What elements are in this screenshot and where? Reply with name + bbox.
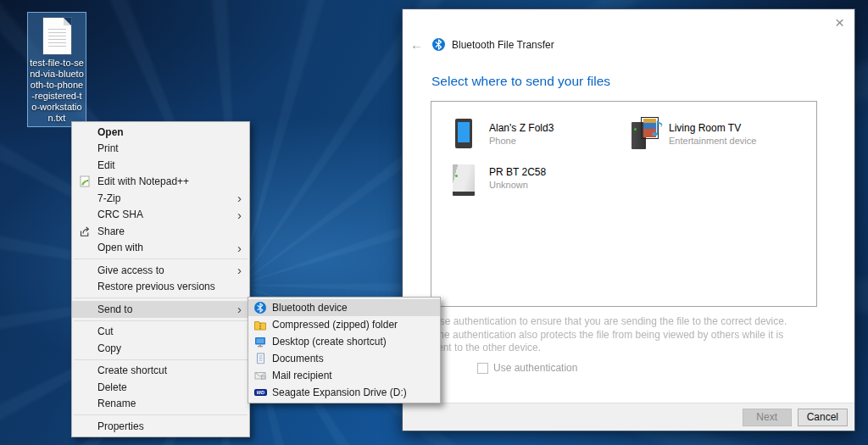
chevron-right-icon: › [237,242,249,254]
send-to-item-seagate-expansion-drive-d[interactable]: WDSeagate Expansion Drive (D:) [248,384,440,401]
bluetooth-icon [254,302,266,314]
dialog-title: Bluetooth File Transfer [452,39,554,51]
menu-item-label: Delete [97,381,249,393]
menu-separator [74,359,248,360]
menu-item-label: CRC SHA [97,209,237,220]
menu-item-label: Properties [97,420,249,432]
text-document-icon [43,18,71,54]
menu-item-label: Seagate Expansion Drive (D:) [272,387,440,398]
menu-item-label: Edit [97,159,249,171]
documents-icon [254,353,266,364]
device-type: Entertainment device [669,135,756,147]
file-name-label: test-file-to-send-via-bluetooth-to-phone… [28,58,86,124]
cancel-button[interactable]: Cancel [798,409,848,426]
context-menu-item-7-zip[interactable]: 7-Zip› [72,190,249,207]
use-authentication-label: Use authentication [493,362,577,374]
device-type: Phone [489,135,554,147]
device-name: PR BT 2C58 [489,166,546,179]
bluetooth-file-transfer-dialog: × ← Bluetooth File Transfer Select where… [402,8,855,431]
context-menu-item-share[interactable]: Share [72,223,249,240]
device-item-alan-s-z-fold3[interactable]: Alan's Z Fold3Phone [450,113,630,157]
menu-item-label: Mail recipient [272,370,440,381]
mail-icon [254,370,266,381]
device-name: Living Room TV [669,122,756,135]
context-menu-item-edit[interactable]: Edit [72,157,249,174]
menu-item-label: Send to [97,303,237,315]
context-menu-item-give-access-to[interactable]: Give access to› [72,262,249,279]
context-menu-item-print[interactable]: Print [72,141,249,158]
dialog-footer: Next Cancel [403,403,854,431]
send-to-submenu: Bluetooth deviceCompressed (zipped) fold… [248,297,441,403]
send-to-item-bluetooth-device[interactable]: Bluetooth device [248,299,440,316]
context-menu-item-open-with[interactable]: Open with› [72,240,249,257]
menu-item-label: Edit with Notepad++ [97,175,249,187]
context-menu-item-edit-with-notepad[interactable]: Edit with Notepad++ [72,174,249,191]
device-type: Unknown [489,179,546,192]
menu-item-label: Bluetooth device [272,302,440,314]
context-menu-item-copy[interactable]: Copy [72,340,249,357]
context-menu-item-rename[interactable]: Rename [72,396,249,413]
send-to-item-desktop-create-shortcut[interactable]: Desktop (create shortcut) [248,333,440,350]
desktop-file-icon[interactable]: test-file-to-send-via-bluetooth-to-phone… [27,12,86,127]
menu-item-label: Open with [97,242,237,253]
menu-item-label: Give access to [97,264,237,276]
desktop-icon [254,336,266,348]
page-fold [64,18,71,25]
menu-separator [74,320,248,321]
share-icon [79,225,91,237]
page-lines [48,29,66,49]
send-to-item-documents[interactable]: Documents [248,350,440,367]
menu-item-label: Desktop (create shortcut) [272,336,440,348]
device-text: Living Room TVEntertainment device [669,122,756,147]
context-menu-item-delete[interactable]: Delete [72,379,249,396]
back-arrow-icon[interactable]: ← [410,37,429,52]
menu-item-label: Restore previous versions [97,281,249,292]
wd-drive-icon: WD [254,387,267,398]
menu-item-label: Compressed (zipped) folder [272,319,440,331]
context-menu-item-restore-previous-versions[interactable]: Restore previous versions [72,279,249,296]
context-menu-item-crc-sha[interactable]: CRC SHA› [72,207,249,224]
chevron-right-icon: › [237,209,249,221]
device-item-living-room-tv[interactable]: ♪Living Room TVEntertainment device [630,113,816,157]
chevron-right-icon: › [237,264,249,276]
context-menu: OpenPrintEditEdit with Notepad++7-Zip›CR… [71,121,250,437]
device-text: Alan's Z Fold3Phone [489,122,554,147]
chevron-right-icon: › [237,192,249,204]
use-authentication-checkbox[interactable] [477,363,488,374]
menu-item-label: Create shortcut [97,364,249,376]
menu-item-label: Open [97,126,249,138]
next-button[interactable]: Next [743,409,792,426]
menu-item-label: Share [97,225,249,237]
dialog-header: ← Bluetooth File Transfer [410,37,554,52]
dialog-heading: Select where to send your files [431,74,610,89]
menu-item-label: Rename [97,398,249,409]
device-name: Alan's Z Fold3 [489,122,554,135]
svg-text:WD: WD [256,390,264,395]
menu-item-label: Print [97,142,249,154]
device-list: Alan's Z Fold3Phone♪Living Room TVEntert… [431,101,817,307]
screen: test-file-to-send-via-bluetooth-to-phone… [0,0,868,445]
close-icon[interactable]: × [835,14,844,31]
phone-icon [450,117,481,153]
authentication-row: Use authentication [477,362,577,374]
menu-item-label: 7-Zip [97,192,237,204]
device-text: PR BT 2C58Unknown [489,166,546,192]
send-to-item-mail-recipient[interactable]: Mail recipient [248,367,440,384]
context-menu-item-properties[interactable]: Properties [72,418,249,435]
context-menu-item-send-to[interactable]: Send to› [72,301,249,318]
context-menu-item-create-shortcut[interactable]: Create shortcut [72,363,249,380]
menu-item-label: Cut [97,325,249,337]
context-menu-item-open[interactable]: Open [72,124,249,141]
desktop-wallpaper: test-file-to-send-via-bluetooth-to-phone… [0,0,868,445]
menu-item-label: Documents [272,353,440,364]
notepadpp-icon [79,175,91,187]
media-device-icon: ♪ [630,117,660,153]
zip-folder-icon [254,319,266,331]
authentication-description: Use authentication to ensure that you ar… [432,315,792,355]
menu-item-label: Copy [97,342,249,354]
device-item-pr-bt-2c58[interactable]: PR BT 2C58Unknown [450,157,630,201]
send-to-item-compressed-zipped-folder[interactable]: Compressed (zipped) folder [248,316,440,333]
context-menu-item-cut[interactable]: Cut [72,324,249,341]
menu-separator [74,259,248,259]
menu-separator [74,414,248,415]
